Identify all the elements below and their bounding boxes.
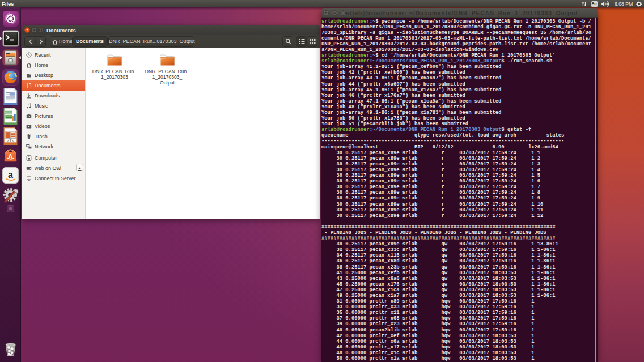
svg-text:A: A bbox=[8, 153, 12, 160]
svg-text:a: a bbox=[8, 169, 13, 179]
